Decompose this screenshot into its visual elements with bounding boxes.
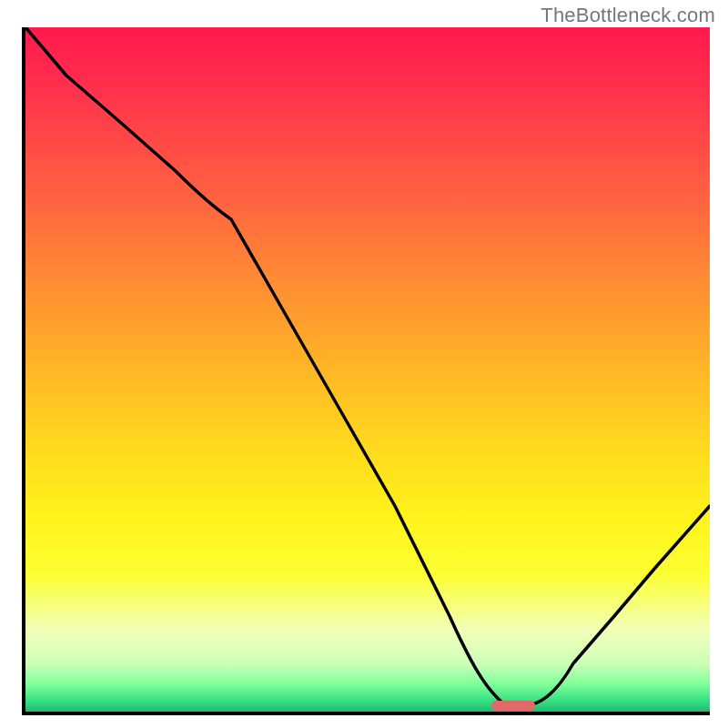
plot-area: [22, 27, 710, 715]
watermark-text: TheBottleneck.com: [541, 4, 715, 27]
optimal-marker: [491, 701, 535, 711]
bottleneck-curve: [25, 27, 710, 712]
chart-container: TheBottleneck.com: [0, 0, 728, 728]
